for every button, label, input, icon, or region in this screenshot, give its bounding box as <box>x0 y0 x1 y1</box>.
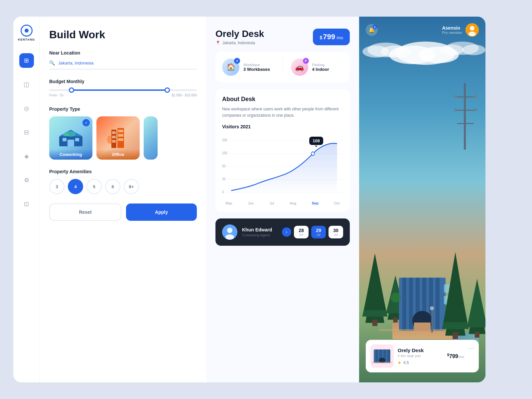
date-28-month: Jul <box>298 233 305 236</box>
x-label-may: May <box>225 201 232 205</box>
svg-rect-11 <box>112 136 116 138</box>
amenity-6[interactable]: 6 <box>105 179 120 194</box>
property-card-more[interactable] <box>144 116 158 160</box>
slider-thumb-right[interactable] <box>165 87 170 93</box>
filter-panel: Build Work Near Location 🔍 Budget Monthl… <box>40 17 206 382</box>
agent-avatar <box>222 224 237 240</box>
property-card-office[interactable]: Office <box>96 116 140 160</box>
notification-button[interactable]: 🔔 2 <box>366 24 378 36</box>
about-card: About Desk New workspace where users wor… <box>215 89 350 212</box>
logo-text: KENTANG <box>18 38 35 41</box>
amenity-4[interactable]: 4 <box>68 179 83 194</box>
svg-rect-12 <box>112 140 116 143</box>
svg-rect-14 <box>118 134 123 137</box>
reset-button[interactable]: Reset <box>49 203 121 221</box>
sidebar-item-grid[interactable]: ⊞ <box>19 53 34 68</box>
desk-title-area: Orely Desk 📍 Jakarta, Indonesia <box>215 29 264 45</box>
amenity-buttons: 3 4 5 6 8+ <box>49 179 197 194</box>
property-meta: ★ 4.5 <box>398 360 443 365</box>
slider-thumb-left[interactable] <box>69 87 74 93</box>
slider-label-from: From - To <box>49 93 64 97</box>
price-badge: $ 799 /mo <box>313 29 350 45</box>
svg-rect-4 <box>63 138 66 141</box>
search-icon: 🔍 <box>49 60 55 66</box>
sidebar-item-book[interactable]: ⊡ <box>19 197 34 211</box>
amenity-5[interactable]: 5 <box>86 179 102 194</box>
svg-point-76 <box>430 306 434 310</box>
agent-card: Khun Edward Coworking Agent ‹ 28 Jul 29 … <box>215 218 350 246</box>
date-29-month: Jul <box>315 233 322 236</box>
svg-rect-5 <box>75 138 79 141</box>
svg-point-39 <box>381 46 411 58</box>
coworking-label: Coworking <box>49 149 92 160</box>
filter-icon: ◈ <box>24 153 29 160</box>
agent-info: Khun Edward Coworking Agent <box>242 227 277 237</box>
svg-text:0: 0 <box>222 190 224 194</box>
settings-icon: ⚙ <box>24 177 29 184</box>
date-28[interactable]: 28 Jul <box>294 226 309 238</box>
svg-rect-90 <box>387 349 390 363</box>
property-price: $799/mo <box>447 353 464 359</box>
svg-point-83 <box>454 108 457 111</box>
desk-header: Orely Desk 📍 Jakarta, Indonesia $ 799 /m… <box>215 29 350 45</box>
sidebar: KENTANG ⊞ ◫ ◎ ⊟ ◈ ⚙ ⊡ <box>13 17 40 382</box>
svg-rect-80 <box>457 123 474 124</box>
parking-amenity: 🚗 P Parking 4 Indoor <box>291 59 343 76</box>
svg-marker-70 <box>444 252 467 322</box>
amenity-3[interactable]: 3 <box>49 179 65 194</box>
sidebar-item-location[interactable]: ◎ <box>19 101 34 116</box>
coworking-illustration <box>58 128 84 148</box>
amenities-label: Property Amenities <box>49 169 197 174</box>
budget-slider[interactable] <box>49 89 197 91</box>
date-30[interactable]: 30 Jul <box>329 226 343 238</box>
about-title: About Desk <box>222 96 343 103</box>
svg-point-82 <box>474 95 477 98</box>
property-card-coworking[interactable]: ✓ Coworking <box>49 116 92 160</box>
workbase-label: Workbase <box>243 63 270 67</box>
slider-label-value: $1.000 - $10.000 <box>172 93 197 97</box>
location-input-wrap: 🔍 <box>49 60 197 69</box>
svg-point-27 <box>311 152 314 156</box>
property-info: Orely Desk 2 km near you ★ 4.5 <box>398 347 443 365</box>
slider-fill <box>71 89 168 91</box>
check-icon: ✓ <box>85 121 88 125</box>
price-value: 799 <box>323 33 335 41</box>
visitors-title: Visitors 2021 <box>222 124 343 129</box>
date-selector: ‹ 28 Jul 29 Jul 30 Jul <box>282 226 343 238</box>
property-cards: ✓ Coworking <box>49 116 197 160</box>
svg-text:200: 200 <box>222 138 227 142</box>
svg-point-81 <box>454 95 457 98</box>
svg-text:25: 25 <box>222 177 225 181</box>
price-unit: /mo <box>336 36 343 40</box>
svg-rect-53 <box>402 278 406 331</box>
amenity-8plus[interactable]: 8+ <box>124 179 139 194</box>
svg-text:50: 50 <box>222 164 225 168</box>
svg-rect-65 <box>414 323 431 331</box>
parking-icon-wrap: 🚗 P <box>291 59 308 76</box>
action-buttons: Reset Apply <box>49 203 197 221</box>
property-thumb-svg <box>370 344 394 368</box>
per-mo: /mo <box>458 355 464 359</box>
property-thumb <box>370 344 394 368</box>
sidebar-item-filter[interactable]: ◈ <box>19 149 34 164</box>
coworking-check: ✓ <box>82 119 90 126</box>
svg-point-33 <box>468 32 476 36</box>
pin-icon: 📍 <box>215 41 220 45</box>
svg-rect-87 <box>375 349 378 363</box>
star-icon: ★ <box>398 360 401 365</box>
amenities-section: Property Amenities 3 4 5 6 8+ <box>49 169 197 194</box>
location-label: Near Location <box>49 50 197 56</box>
date-nav-prev[interactable]: ‹ <box>282 227 291 237</box>
svg-point-32 <box>470 26 474 31</box>
sidebar-item-schedule[interactable]: ⊟ <box>19 125 34 140</box>
sidebar-item-calendar[interactable]: ◫ <box>19 77 34 92</box>
parking-value: 4 Indoor <box>312 67 329 72</box>
schedule-icon: ⊟ <box>24 129 29 136</box>
location-input[interactable] <box>58 61 197 66</box>
budget-label: Budget Monthly <box>49 79 197 84</box>
svg-point-41 <box>441 45 464 55</box>
apply-button[interactable]: Apply <box>126 203 197 221</box>
sidebar-item-settings[interactable]: ⚙ <box>19 173 34 188</box>
more-button[interactable]: ⋯ <box>468 344 474 352</box>
date-29[interactable]: 29 Jul <box>311 226 326 238</box>
